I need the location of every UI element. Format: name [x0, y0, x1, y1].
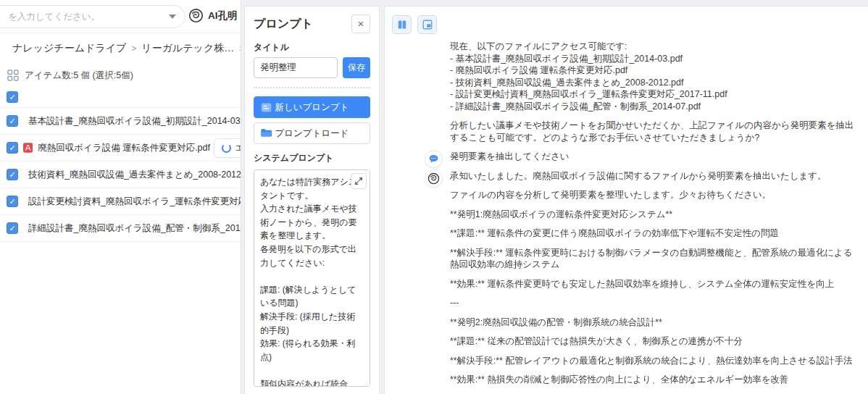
close-icon[interactable]: × [351, 14, 370, 33]
message-paragraph: **発明2:廃熱回収設備の配管・制御系統の統合設計** [450, 317, 858, 329]
file-action-button[interactable]: エ [214, 138, 241, 158]
expand-icon[interactable] [351, 173, 367, 189]
split-view-icon[interactable] [392, 15, 412, 34]
prompt-panel: プロンプト × タイトル 保存 新しいプロンプト [244, 6, 380, 394]
system-prompt-label: システムプロンプト [254, 152, 370, 164]
message-paragraph: **効果:** 運転条件変更時でも安定した熱回収効率を維持し、システム全体の運転… [450, 278, 858, 290]
message-paragraph: 承知いたしました。廃熱回収ボイラ設備に関するファイルから発明要素を抽出いたします… [450, 170, 858, 183]
chat-message: 発明要素を抽出してください [392, 151, 858, 163]
file-checkbox[interactable]: ✓ [7, 196, 18, 207]
prompt-panel-title: プロンプト [254, 17, 313, 32]
message-paragraph: --- [450, 297, 858, 309]
message-paragraph: **課題:** 従来の配管設計では熱損失が大きく、制御系との連携が不十分 [450, 335, 858, 348]
file-name[interactable]: 基本設計書_廃熱回収ボイラ設備_初期設計_2014-03.pdf [28, 115, 241, 127]
search-input[interactable] [8, 12, 163, 22]
file-name[interactable]: 廃熱回収ボイラ設備 運転条件変更対応.pdf [38, 142, 210, 154]
message-paragraph: ファイルの内容を分析して発明要素を整理いたします。少々お待ちください。 [450, 189, 858, 201]
folder-open-icon [260, 127, 272, 141]
message-body: 発明要素を抽出してください [450, 151, 858, 163]
pdf-file-icon [23, 141, 33, 154]
system-prompt-textarea[interactable]: あなたは特許実務アシスタントです。 入力された議事メモや技術ノートから、発明の要… [254, 169, 370, 387]
title-row: 保存 [254, 57, 370, 78]
message-paragraph: **効果:** 熱損失の削減と制御応答性の向上により、全体的なエネルギー効率を改… [450, 374, 858, 386]
chevron-down-icon[interactable] [169, 14, 176, 19]
file-checkbox[interactable]: ✓ [7, 222, 18, 234]
chat-message: 承知いたしました。廃熱回収ボイラ設備に関するファイルから発明要素を抽出いたします… [392, 170, 858, 394]
file-name[interactable]: 詳細設計書_廃熱回収ボイラ設備_配管・制御系_2014-07.pdf [28, 222, 241, 235]
new-prompt-button[interactable]: 新しいプロンプト [254, 96, 370, 118]
swirl-logo-icon [188, 8, 204, 23]
message-paragraph: **課題:** 運転条件の変更に伴う廃熱回収ボイラの効率低下や運転不安定性の問題 [450, 227, 858, 240]
message-paragraph: **解決手段:** 運転条件変更時における制御パラメータの自動調整機能と、配管系… [450, 247, 858, 271]
file-checkbox[interactable]: ✓ [7, 142, 18, 154]
search-box[interactable] [0, 5, 185, 28]
message-avatar [425, 150, 443, 168]
breadcrumb-item-drive[interactable]: ナレッジチームドライブ [12, 42, 126, 55]
message-paragraph: 分析したい議事メモや技術ノートをお聞かせいただくか、上記ファイルの内容から発明要… [450, 120, 858, 143]
grid-view-icon[interactable] [7, 70, 19, 81]
file-checkbox[interactable]: ✓ [7, 169, 18, 180]
panel-view-icon[interactable] [417, 15, 437, 34]
file-list: ✓ 基本設計書_廃熱回収ボイラ設備_初期設計_2014-03.pdf ☆ ✓ 廃… [0, 108, 241, 242]
file-row[interactable]: ✓ 廃熱回収ボイラ設備 運転条件変更対応.pdf ☆ エ [0, 135, 241, 162]
select-all-checkbox[interactable]: ✓ [7, 91, 18, 103]
file-row[interactable]: ✓ 技術資料_廃熱回収設備_過去案件まとめ_2008-2012.pdf ☆ [0, 162, 241, 188]
file-browser-panel: AI孔明 | ナレッジチームドライブ > リーガルテック株… > IPG アイテ… [0, 0, 241, 394]
message-avatar [425, 169, 443, 188]
brand: AI孔明 | [188, 8, 241, 23]
chat-panel: 現在、以下のファイルにアクセス可能です: - 基本設計書_廃熱回収ボイラ設備_初… [384, 6, 868, 394]
save-button[interactable]: 保存 [343, 57, 370, 78]
swirl-logo-icon [427, 172, 440, 185]
file-row[interactable]: ✓ 基本設計書_廃熱回収ボイラ設備_初期設計_2014-03.pdf ☆ [0, 108, 241, 135]
prompt-title-input[interactable] [254, 57, 338, 78]
chat-toolbar [392, 15, 858, 34]
breadcrumb-separator: > [239, 43, 241, 54]
file-row[interactable]: ✓ 設計変更検討資料_廃熱回収ボイラ_運転条件変更対応_2017-11.pdf … [0, 188, 241, 215]
message-paragraph: 現在、以下のファイルにアクセス可能です: - 基本設計書_廃熱回収ボイラ設備_初… [450, 41, 858, 112]
chat-message: 現在、以下のファイルにアクセス可能です: - 基本設計書_廃熱回収ボイラ設備_初… [392, 41, 858, 143]
system-prompt-wrap: あなたは特許実務アシスタントです。 入力された議事メモや技術ノートから、発明の要… [254, 169, 370, 387]
loading-spinner-icon [222, 143, 231, 153]
breadcrumb: ナレッジチームドライブ > リーガルテック株… > IPG [0, 33, 241, 64]
new-prompt-label: 新しいプロンプト [275, 101, 349, 114]
file-name[interactable]: 設計変更検討資料_廃熱回収ボイラ_運転条件変更対応_2017-11.pdf [28, 196, 241, 208]
chat-bubble-icon [427, 153, 440, 165]
app-root: AI孔明 | ナレッジチームドライブ > リーガルテック株… > IPG アイテ… [0, 0, 868, 394]
file-name[interactable]: 技術資料_廃熱回収設備_過去案件まとめ_2008-2012.pdf [28, 169, 241, 181]
load-prompt-button[interactable]: プロンプトロード [254, 122, 370, 144]
chat-messages: 現在、以下のファイルにアクセス可能です: - 基本設計書_廃熱回収ボイラ設備_初… [392, 41, 858, 394]
breadcrumb-separator: > [131, 43, 136, 54]
select-all-row: ✓ [0, 87, 241, 108]
prompt-panel-header: プロンプト × [254, 14, 370, 33]
breadcrumb-item-company[interactable]: リーガルテック株… [141, 42, 234, 55]
search-row: AI孔明 | [0, 0, 241, 33]
file-row[interactable]: ✓ 詳細設計書_廃熱回収ボイラ設備_配管・制御系_2014-07.pdf ☆ [0, 215, 241, 242]
dotted-divider [254, 87, 370, 88]
load-prompt-label: プロンプトロード [275, 127, 349, 140]
brand-label: AI孔明 [208, 9, 238, 22]
item-count-label: アイテム数:5 個 (選択:5個) [25, 70, 133, 82]
item-count-row: アイテム数:5 個 (選択:5個) [0, 64, 241, 87]
message-paragraph: **発明1:廃熱回収ボイラの運転条件変更対応システム** [450, 209, 858, 221]
message-body: 現在、以下のファイルにアクセス可能です: - 基本設計書_廃熱回収ボイラ設備_初… [450, 41, 858, 143]
message-paragraph: **解決手段:** 配管レイアウトの最適化と制御系統の統合により、熱伝達効率を向… [450, 355, 858, 367]
new-prompt-icon [260, 101, 272, 116]
message-paragraph: 発明要素を抽出してください [450, 151, 858, 163]
title-field-label: タイトル [254, 41, 370, 54]
message-body: 承知いたしました。廃熱回収ボイラ設備に関するファイルから発明要素を抽出いたします… [450, 170, 858, 394]
file-checkbox[interactable]: ✓ [7, 115, 18, 127]
